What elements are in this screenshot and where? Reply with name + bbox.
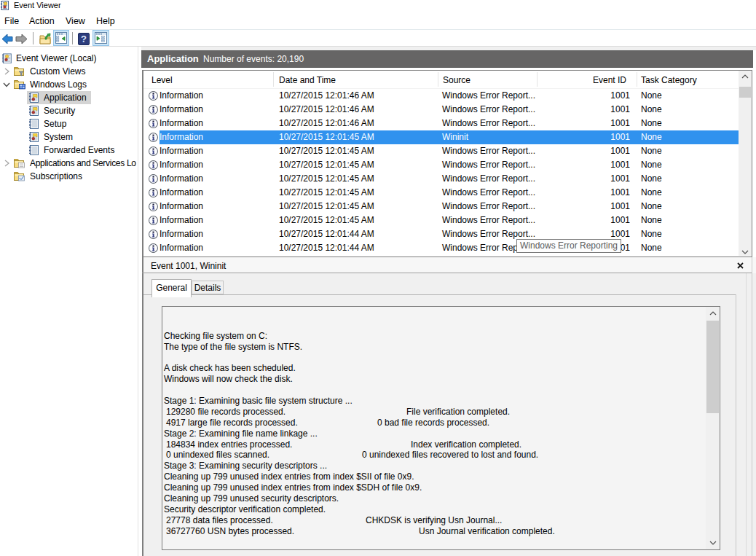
- svg-text:?: ?: [81, 34, 87, 44]
